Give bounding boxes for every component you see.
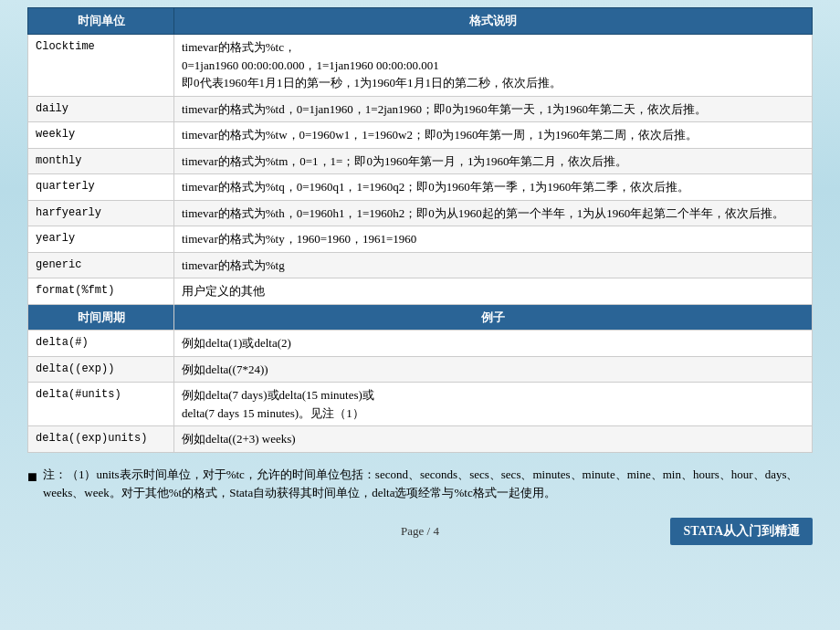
example-cell: 例如delta(7 days)或delta(15 minutes)或delta(… bbox=[174, 383, 813, 426]
example-cell: 例如delta((7*24)) bbox=[174, 356, 813, 383]
table-row: yearlytimevar的格式为%ty，1960=1960，1961=1960 bbox=[28, 226, 813, 253]
main-table: 时间单位 格式说明 Clocktimetimevar的格式为%tc，0=1jan… bbox=[27, 7, 813, 453]
unit-cell: Clocktime bbox=[28, 35, 174, 97]
format-cell: timevar的格式为%tg bbox=[174, 252, 813, 278]
table-row: monthlytimevar的格式为%tm，0=1，1=；即0为1960年第一月… bbox=[28, 148, 813, 174]
example-cell: 例如delta(1)或delta(2) bbox=[174, 331, 813, 357]
note-text: 注：（1）units表示时间单位，对于%tc，允许的时间单位包括：second、… bbox=[43, 466, 813, 504]
section2-col1: 时间周期 bbox=[28, 304, 174, 331]
table-row: harfyearlytimevar的格式为%th，0=1960h1，1=1960… bbox=[28, 200, 813, 226]
unit-cell: generic bbox=[28, 252, 174, 278]
format-cell: timevar的格式为%tm，0=1，1=；即0为1960年第一月，1为1960… bbox=[174, 148, 813, 174]
format-cell: timevar的格式为%tc，0=1jan1960 00:00:00.000，1… bbox=[174, 35, 813, 97]
unit-cell: yearly bbox=[28, 226, 174, 253]
brand-label: STATA从入门到精通 bbox=[670, 518, 813, 545]
footer-bar: Page / 4 STATA从入门到精通 bbox=[27, 514, 813, 549]
table-row: delta(#)例如delta(1)或delta(2) bbox=[28, 331, 813, 357]
unit-cell: monthly bbox=[28, 148, 174, 174]
unit-cell: format(%fmt) bbox=[28, 278, 174, 305]
table-row: format(%fmt)用户定义的其他 bbox=[28, 278, 813, 305]
example-cell: 例如delta((2+3) weeks) bbox=[174, 426, 813, 453]
note-bullet-icon: ■ bbox=[27, 467, 37, 488]
table-row: generictimevar的格式为%tg bbox=[28, 252, 813, 278]
format-cell: timevar的格式为%tw，0=1960w1，1=1960w2；即0为1960… bbox=[174, 122, 813, 149]
section2-header-row: 时间周期 例子 bbox=[28, 304, 813, 331]
unit-cell: quarterly bbox=[28, 174, 174, 201]
period-cell: delta((exp)units) bbox=[28, 426, 174, 453]
unit-cell: harfyearly bbox=[28, 200, 174, 226]
section2-col2: 例子 bbox=[174, 304, 813, 331]
unit-cell: weekly bbox=[28, 122, 174, 149]
table-row: delta((exp)units)例如delta((2+3) weeks) bbox=[28, 426, 813, 453]
format-cell: timevar的格式为%ty，1960=1960，1961=1960 bbox=[174, 226, 813, 253]
unit-cell: daily bbox=[28, 96, 174, 122]
period-cell: delta(#units) bbox=[28, 383, 174, 426]
main-container: 时间单位 格式说明 Clocktimetimevar的格式为%tc，0=1jan… bbox=[0, 0, 840, 556]
table-row: dailytimevar的格式为%td，0=1jan1960，1=2jan196… bbox=[28, 96, 813, 122]
period-cell: delta((exp)) bbox=[28, 356, 174, 383]
table-row: delta((exp))例如delta((7*24)) bbox=[28, 356, 813, 383]
format-cell: timevar的格式为%th，0=1960h1，1=1960h2；即0为从196… bbox=[174, 200, 813, 226]
format-cell: timevar的格式为%tq，0=1960q1，1=1960q2；即0为1960… bbox=[174, 174, 813, 201]
table-row: quarterlytimevar的格式为%tq，0=1960q1，1=1960q… bbox=[28, 174, 813, 201]
period-cell: delta(#) bbox=[28, 331, 174, 357]
note-section: ■ 注：（1）units表示时间单位，对于%tc，允许的时间单位包括：secon… bbox=[27, 462, 813, 508]
table-row: delta(#units)例如delta(7 days)或delta(15 mi… bbox=[28, 383, 813, 426]
page-number: Page / 4 bbox=[289, 524, 551, 539]
table-row: Clocktimetimevar的格式为%tc，0=1jan1960 00:00… bbox=[28, 35, 813, 97]
format-cell: 用户定义的其他 bbox=[174, 278, 813, 305]
col-header-format: 格式说明 bbox=[174, 8, 813, 35]
col-header-unit: 时间单位 bbox=[28, 8, 174, 35]
table-row: weeklytimevar的格式为%tw，0=1960w1，1=1960w2；即… bbox=[28, 122, 813, 149]
format-cell: timevar的格式为%td，0=1jan1960，1=2jan1960；即0为… bbox=[174, 96, 813, 122]
